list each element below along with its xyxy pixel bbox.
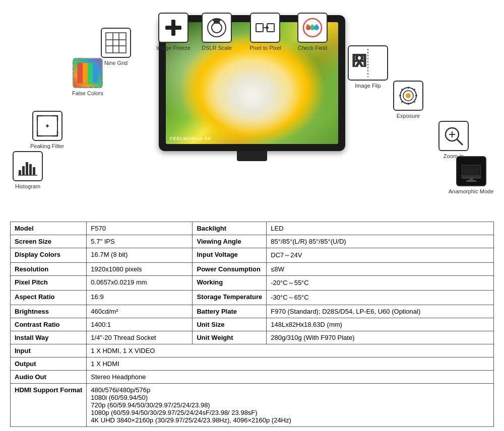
spec-label: Install Way xyxy=(11,331,87,344)
spec-value: 1 X HDMI xyxy=(87,357,494,371)
table-row: Resolution 1920x1080 pixels Power Consum… xyxy=(11,263,494,276)
spec-label: Screen Size xyxy=(11,235,87,248)
spec-value2: LED xyxy=(267,222,494,235)
svg-line-42 xyxy=(457,139,463,145)
svg-line-37 xyxy=(414,101,415,103)
peaking-filter-icon xyxy=(32,111,62,141)
svg-rect-56 xyxy=(26,162,28,175)
spec-value: 1/4"-20 Thread Socket xyxy=(87,331,193,344)
svg-rect-54 xyxy=(19,170,21,175)
spec-label2: Working xyxy=(193,276,267,291)
histogram-label: Histogram xyxy=(15,183,40,189)
svg-line-39 xyxy=(402,101,403,103)
table-row: Brightness 460cd/m² Battery Plate F970 (… xyxy=(11,305,494,318)
svg-rect-47 xyxy=(461,175,481,178)
spec-value: 16:9 xyxy=(87,291,193,305)
anamorphic-icon xyxy=(456,156,486,186)
image-flip-icon: R R xyxy=(348,45,388,81)
zoom-in-icon-item: Zoom-in xyxy=(438,121,469,159)
svg-rect-50 xyxy=(466,180,476,182)
top-section: False Colors Nine Grid Image Freeze xyxy=(0,0,504,217)
dslr-scale-icon xyxy=(202,13,232,43)
histogram-icon xyxy=(13,151,43,181)
table-row: Display Colors 16.7M (8 bit) Input Volta… xyxy=(11,248,494,263)
nine-grid-label: Nine Grid xyxy=(104,60,128,66)
svg-text:R: R xyxy=(306,24,309,27)
false-colors-icon xyxy=(73,58,103,88)
check-field-icon: R G B xyxy=(297,13,328,43)
image-flip-icon-item: R R Image Flip xyxy=(348,45,388,89)
svg-text:G: G xyxy=(311,24,314,27)
svg-rect-2 xyxy=(83,63,88,83)
svg-rect-57 xyxy=(29,164,32,175)
table-row: Aspect Ratio 16:9 Storage Temperature -3… xyxy=(11,291,494,305)
spec-label2: Unit Size xyxy=(193,318,267,331)
nine-grid-icon-item: Nine Grid xyxy=(101,28,131,66)
false-colors-label: False Colors xyxy=(72,90,103,96)
pixel-to-pixel-label: Pixel to Pixel xyxy=(249,45,281,51)
table-row: Input 1 X HDMI, 1 X VIDEO xyxy=(11,344,494,357)
svg-line-38 xyxy=(414,89,415,91)
spec-label2: Storage Temperature xyxy=(193,291,267,305)
dslr-scale-icon-item: DSLR Scale xyxy=(202,13,232,51)
spec-value: 5.7" IPS xyxy=(87,235,193,248)
svg-rect-11 xyxy=(165,26,181,30)
spec-value2: 280g/310g (With F970 Plate) xyxy=(267,331,494,344)
check-field-label: Check Field xyxy=(298,45,327,51)
image-freeze-icon-item: Image Freeze xyxy=(156,13,191,51)
spec-label2: Viewing Angle xyxy=(193,235,267,248)
spec-value2: F970 (Standard); D28S/D54, LP-E6, U60 (O… xyxy=(267,305,494,318)
exposure-label: Exposure xyxy=(397,113,420,119)
spec-value: Stereo Headphone xyxy=(87,371,494,384)
table-row: Contrast Ratio 1400:1 Unit Size 148Lx82H… xyxy=(11,318,494,331)
spec-value2: -20°C～55°C xyxy=(267,276,494,291)
spec-label2: Power Consumption xyxy=(193,263,267,276)
exposure-icon-item: Exposure xyxy=(393,81,423,119)
spec-value: 0.0657x0.0219 mm xyxy=(87,276,193,291)
spec-value2: 148Lx82Hx18.63D (mm) xyxy=(267,318,494,331)
spec-label2: Unit Weight xyxy=(193,331,267,344)
spec-value2: -30°C～65°C xyxy=(267,291,494,305)
specs-table: Model F570 Backlight LED Screen Size 5.7… xyxy=(10,222,494,427)
spec-value2: DC7～24V xyxy=(267,248,494,263)
spec-label: Audio Out xyxy=(11,371,87,384)
spec-value2: 85°/85°(L/R) 85°/85°(U/D) xyxy=(267,235,494,248)
image-freeze-label: Image Freeze xyxy=(156,45,191,51)
svg-rect-16 xyxy=(256,24,263,32)
svg-rect-46 xyxy=(463,166,479,176)
spec-label2: Battery Plate xyxy=(193,305,267,318)
table-row: Install Way 1/4"-20 Thread Socket Unit W… xyxy=(11,331,494,344)
spec-value: 1920x1080 pixels xyxy=(87,263,193,276)
svg-rect-58 xyxy=(33,167,35,175)
spec-label: Pixel Pitch xyxy=(11,276,87,291)
spec-value: F570 xyxy=(87,222,193,235)
image-freeze-icon xyxy=(158,13,188,43)
table-row-hdmi: HDMI Support Format 480i/576i/480p/576p1… xyxy=(11,384,494,427)
spec-label: Display Colors xyxy=(11,248,87,263)
zoom-in-icon xyxy=(438,121,469,151)
svg-text:B: B xyxy=(316,24,318,27)
anamorphic-icon-item: Anamorphic Mode xyxy=(449,156,493,194)
svg-line-36 xyxy=(402,89,403,91)
image-flip-label: Image Flip xyxy=(355,83,381,89)
spec-label: Brightness xyxy=(11,305,87,318)
svg-rect-15 xyxy=(213,19,221,21)
table-row: Model F570 Backlight LED xyxy=(11,222,494,235)
nine-grid-icon xyxy=(101,28,131,58)
hdmi-label: HDMI Support Format xyxy=(11,384,87,427)
spec-label2: Input Voltage xyxy=(193,248,267,263)
svg-rect-4 xyxy=(93,63,98,83)
spec-label: Input xyxy=(11,344,87,357)
spec-value: 16.7M (8 bit) xyxy=(87,248,193,263)
svg-rect-3 xyxy=(88,63,93,83)
spec-label: Contrast Ratio xyxy=(11,318,87,331)
hdmi-value: 480i/576i/480p/576p1080i (60/59.94/50)72… xyxy=(87,384,494,427)
table-row: Audio Out Stereo Headphone xyxy=(11,371,494,384)
pixel-to-pixel-icon xyxy=(250,13,280,43)
table-row: Pixel Pitch 0.0657x0.0219 mm Working -20… xyxy=(11,276,494,291)
spec-value2: ≤8W xyxy=(267,263,494,276)
false-colors-icon-item: False Colors xyxy=(72,58,103,96)
exposure-icon xyxy=(393,81,423,111)
spec-label: Resolution xyxy=(11,263,87,276)
spec-value: 460cd/m² xyxy=(87,305,193,318)
